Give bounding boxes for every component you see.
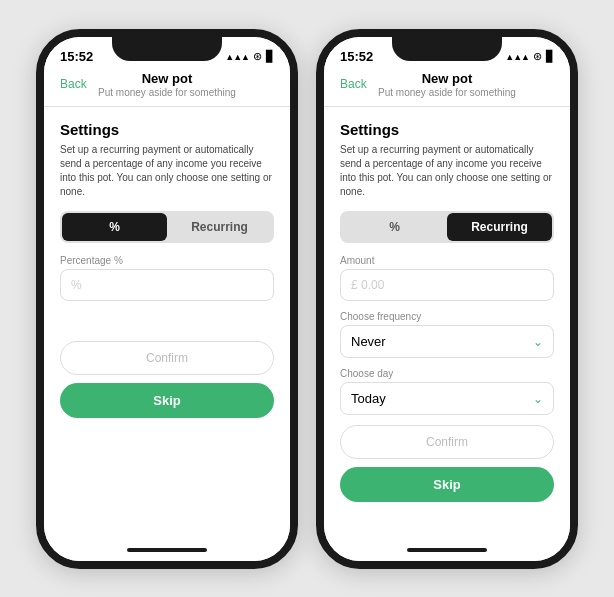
field-label-1: Percentage % <box>60 255 274 266</box>
frequency-label-2: Choose frequency <box>340 311 554 322</box>
screen-1: 15:52 ▲▲▲ ⊛ ▊ Back New pot Put money asi… <box>44 37 290 561</box>
amount-input-2[interactable]: £ 0.00 <box>340 269 554 301</box>
percentage-input-1[interactable]: % <box>60 269 274 301</box>
signal-icon: ▲▲▲ <box>225 52 249 62</box>
toggle-recurring-1[interactable]: Recurring <box>167 213 272 241</box>
notch-2 <box>392 37 502 61</box>
status-icons-1: ▲▲▲ ⊛ ▊ <box>225 50 274 63</box>
divider-1 <box>44 106 290 107</box>
skip-button-1[interactable]: Skip <box>60 383 274 418</box>
status-time-1: 15:52 <box>60 49 93 64</box>
chevron-down-icon-day: ⌄ <box>533 392 543 406</box>
wifi-icon: ⊛ <box>253 50 262 63</box>
signal-icon-2: ▲▲▲ <box>505 52 529 62</box>
confirm-button-1[interactable]: Confirm <box>60 341 274 375</box>
nav-bar-2: Back New pot Put money aside for somethi… <box>324 69 570 103</box>
status-time-2: 15:52 <box>340 49 373 64</box>
wifi-icon-2: ⊛ <box>533 50 542 63</box>
frequency-value-2: Never <box>351 334 386 349</box>
settings-desc-2: Set up a recurring payment or automatica… <box>340 143 554 199</box>
percentage-placeholder-1: % <box>71 278 82 292</box>
status-icons-2: ▲▲▲ ⊛ ▊ <box>505 50 554 63</box>
back-link-1[interactable]: Back <box>60 77 87 91</box>
toggle-recurring-2[interactable]: Recurring <box>447 213 552 241</box>
content-2: Settings Set up a recurring payment or a… <box>324 111 570 542</box>
nav-title-group-1: New pot Put money aside for something <box>98 71 236 99</box>
day-dropdown-2[interactable]: Today ⌄ <box>340 382 554 415</box>
confirm-button-2[interactable]: Confirm <box>340 425 554 459</box>
notch-1 <box>112 37 222 61</box>
amount-placeholder-2: £ 0.00 <box>351 278 384 292</box>
nav-bar-1: Back New pot Put money aside for somethi… <box>44 69 290 103</box>
settings-desc-1: Set up a recurring payment or automatica… <box>60 143 274 199</box>
nav-title-2: New pot <box>378 71 516 87</box>
back-link-2[interactable]: Back <box>340 77 367 91</box>
frequency-dropdown-2[interactable]: Never ⌄ <box>340 325 554 358</box>
toggle-percent-1[interactable]: % <box>62 213 167 241</box>
screen-2: 15:52 ▲▲▲ ⊛ ▊ Back New pot Put money asi… <box>324 37 570 561</box>
toggle-percent-2[interactable]: % <box>342 213 447 241</box>
day-value-2: Today <box>351 391 386 406</box>
nav-subtitle-2: Put money aside for something <box>378 87 516 98</box>
home-indicator-2 <box>324 543 570 561</box>
phone-1: 15:52 ▲▲▲ ⊛ ▊ Back New pot Put money asi… <box>36 29 298 569</box>
divider-2 <box>324 106 570 107</box>
nav-subtitle-1: Put money aside for something <box>98 87 236 98</box>
home-indicator-1 <box>44 543 290 561</box>
battery-icon: ▊ <box>266 50 274 63</box>
home-bar-2 <box>407 548 487 552</box>
nav-title-1: New pot <box>98 71 236 87</box>
home-bar-1 <box>127 548 207 552</box>
battery-icon-2: ▊ <box>546 50 554 63</box>
nav-title-group-2: New pot Put money aside for something <box>378 71 516 99</box>
skip-button-2[interactable]: Skip <box>340 467 554 502</box>
chevron-down-icon-frequency: ⌄ <box>533 335 543 349</box>
toggle-2: % Recurring <box>340 211 554 243</box>
amount-label-2: Amount <box>340 255 554 266</box>
day-label-2: Choose day <box>340 368 554 379</box>
toggle-1: % Recurring <box>60 211 274 243</box>
settings-title-1: Settings <box>60 121 274 138</box>
content-1: Settings Set up a recurring payment or a… <box>44 111 290 542</box>
phone-2: 15:52 ▲▲▲ ⊛ ▊ Back New pot Put money asi… <box>316 29 578 569</box>
settings-title-2: Settings <box>340 121 554 138</box>
